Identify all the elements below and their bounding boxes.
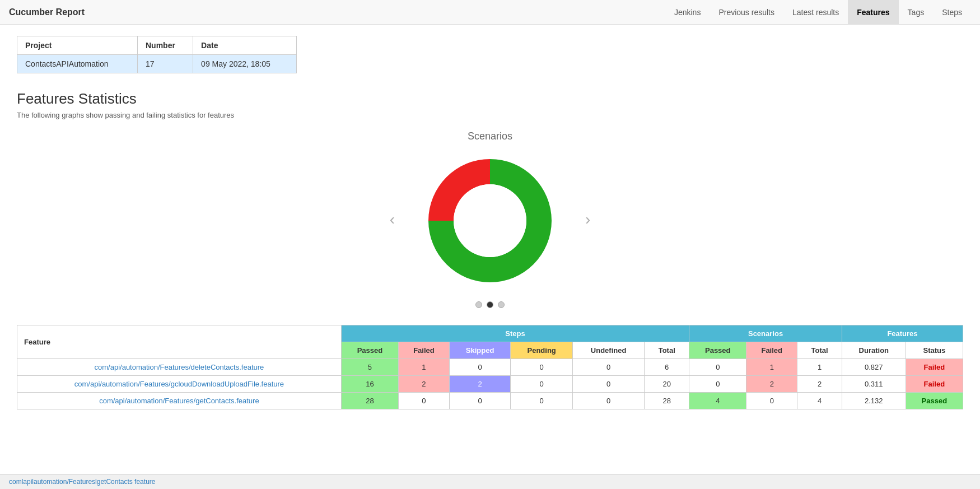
r2-steps-total: 20: [645, 376, 689, 393]
feature-name-3: com/api/automation/Features/getContacts.…: [17, 393, 342, 409]
col-steps-pending: Pending: [511, 342, 573, 359]
r1-steps-undefined: 0: [572, 359, 644, 376]
col-sc-total: Total: [797, 342, 842, 359]
r3-steps-passed: 28: [341, 393, 398, 409]
r2-status: Failed: [906, 376, 963, 393]
stats-table: Feature Steps Scenarios Features Passed …: [17, 325, 963, 409]
donut-chart: [417, 148, 563, 294]
r1-sc-failed: 1: [746, 359, 797, 376]
r1-steps-passed: 5: [341, 359, 398, 376]
col-feature-header: Feature: [17, 325, 342, 359]
project-row: ContactsAPIAutomation 17 09 May 2022, 18…: [17, 55, 297, 73]
r3-sc-failed: 0: [746, 393, 797, 409]
r1-steps-skipped: 0: [449, 359, 511, 376]
r1-sc-passed: 0: [689, 359, 746, 376]
col-status: Status: [906, 342, 963, 359]
project-name: ContactsAPIAutomation: [17, 55, 138, 73]
chart-container: Scenarios: [417, 131, 563, 308]
col-date: Date: [193, 36, 297, 55]
col-steps-skipped: Skipped: [449, 342, 511, 359]
nav-jenkins[interactable]: Jenkins: [665, 0, 710, 24]
r2-steps-undefined: 0: [572, 376, 644, 393]
chart-title: Scenarios: [468, 131, 512, 142]
brand-title: Cucumber Report: [9, 7, 85, 17]
project-table: Project Number Date ContactsAPIAutomatio…: [17, 36, 297, 73]
nav-steps[interactable]: Steps: [933, 0, 971, 24]
donut-center: [454, 184, 526, 257]
col-steps-undefined: Undefined: [572, 342, 644, 359]
r3-duration: 2.132: [842, 393, 906, 409]
r2-sc-total: 2: [797, 376, 842, 393]
donut-svg: [417, 148, 563, 294]
chart-next-btn[interactable]: ›: [563, 211, 613, 229]
col-steps-failed: Failed: [399, 342, 450, 359]
feature-link-3[interactable]: com/api/automation/Features/getContacts.…: [99, 397, 259, 405]
r3-steps-failed: 0: [399, 393, 450, 409]
navbar: Cucumber Report Jenkins Previous results…: [0, 0, 980, 25]
nav-previous-results[interactable]: Previous results: [710, 0, 783, 24]
project-number: 17: [137, 55, 193, 73]
stats-table-wrapper: Feature Steps Scenarios Features Passed …: [17, 325, 963, 409]
r3-steps-undefined: 0: [572, 393, 644, 409]
r1-steps-failed: 1: [399, 359, 450, 376]
nav-features[interactable]: Features: [848, 0, 898, 24]
r3-steps-pending: 0: [511, 393, 573, 409]
col-duration: Duration: [842, 342, 906, 359]
col-project: Project: [17, 36, 138, 55]
chart-dot-2[interactable]: [487, 301, 493, 308]
nav-latest-results[interactable]: Latest results: [783, 0, 848, 24]
r1-status: Failed: [906, 359, 963, 376]
r2-steps-failed: 2: [399, 376, 450, 393]
chart-area: ‹ Scenarios: [17, 131, 963, 308]
feature-name-2: com/api/automation/Features/gcloudDownlo…: [17, 376, 342, 393]
r3-sc-total: 4: [797, 393, 842, 409]
col-sc-failed: Failed: [746, 342, 797, 359]
chart-dot-3[interactable]: [498, 301, 505, 308]
nav-links: Jenkins Previous results Latest results …: [665, 0, 971, 24]
r3-status: Passed: [906, 393, 963, 409]
col-steps-total: Total: [645, 342, 689, 359]
r1-steps-pending: 0: [511, 359, 573, 376]
main-content: Project Number Date ContactsAPIAutomatio…: [0, 25, 980, 421]
r1-sc-total: 1: [797, 359, 842, 376]
project-date: 09 May 2022, 18:05: [193, 55, 297, 73]
feature-link-1[interactable]: com/api/automation/Features/deleteContac…: [95, 363, 264, 371]
col-steps-passed: Passed: [341, 342, 398, 359]
feature-link-2[interactable]: com/api/automation/Features/gcloudDownlo…: [74, 380, 284, 388]
r2-sc-failed: 2: [746, 376, 797, 393]
feature-name-1: com/api/automation/Features/deleteContac…: [17, 359, 342, 376]
r2-steps-skipped: 2: [449, 376, 511, 393]
r3-sc-passed: 4: [689, 393, 746, 409]
group-features: Features: [842, 325, 963, 342]
col-number: Number: [137, 36, 193, 55]
group-scenarios: Scenarios: [689, 325, 842, 342]
chart-prev-btn[interactable]: ‹: [367, 211, 417, 229]
r2-steps-pending: 0: [511, 376, 573, 393]
table-row: com/api/automation/Features/gcloudDownlo…: [17, 376, 963, 393]
section-subtitle: The following graphs show passing and fa…: [17, 111, 963, 119]
r1-duration: 0.827: [842, 359, 906, 376]
r3-steps-skipped: 0: [449, 393, 511, 409]
r3-steps-total: 28: [645, 393, 689, 409]
section-title: Features Statistics: [17, 90, 963, 108]
group-steps: Steps: [341, 325, 689, 342]
col-sc-passed: Passed: [689, 342, 746, 359]
nav-tags[interactable]: Tags: [899, 0, 934, 24]
r2-steps-passed: 16: [341, 376, 398, 393]
chart-dots: [475, 301, 505, 308]
table-row: com/api/automation/Features/deleteContac…: [17, 359, 963, 376]
chart-dot-1[interactable]: [475, 301, 482, 308]
r2-duration: 0.311: [842, 376, 906, 393]
r2-sc-passed: 0: [689, 376, 746, 393]
r1-steps-total: 6: [645, 359, 689, 376]
table-row: com/api/automation/Features/getContacts.…: [17, 393, 963, 409]
